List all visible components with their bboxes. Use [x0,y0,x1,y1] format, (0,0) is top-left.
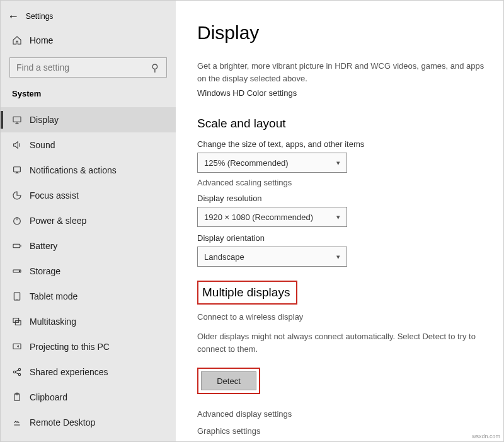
clipboard-icon [12,392,30,402]
sidebar-item-clipboard[interactable]: Clipboard [1,385,176,410]
search-input[interactable] [16,62,150,73]
multitask-icon [12,317,30,327]
sidebar-item-projecting[interactable]: Projecting to this PC [1,334,176,359]
multiple-displays-title: Multiple displays [202,286,290,300]
nav-label: Remote Desktop [30,417,95,427]
hdr-description: Get a brighter, more vibrant picture in … [197,60,484,84]
scale-label: Change the size of text, apps, and other… [197,139,484,149]
page-title: Display [197,22,484,44]
nav-label: Power & sleep [30,216,86,226]
sidebar-item-sound[interactable]: Sound [1,132,176,158]
storage-icon [12,266,30,276]
nav-label: Clipboard [30,392,67,402]
sidebar-item-shared-experiences[interactable]: Shared experiences [1,359,176,385]
focus-icon [12,190,30,201]
back-button[interactable]: ← [1,10,26,23]
sidebar: ← Settings Home ⚲ System Display Sound [1,1,176,441]
wireless-display-link[interactable]: Connect to a wireless display [197,312,484,322]
nav-label: Sound [30,140,55,150]
watermark: wsxdn.com [472,433,500,439]
title-bar: ← Settings [1,4,176,28]
nav-label: Projecting to this PC [30,342,110,352]
svg-point-5 [19,270,20,271]
multiple-displays-highlight: Multiple displays [197,281,297,305]
nav-label: Battery [30,241,57,251]
sidebar-item-display[interactable]: Display [1,107,176,132]
projecting-icon [12,342,30,352]
sidebar-item-remote-desktop[interactable]: Remote Desktop [1,410,176,435]
scale-dropdown[interactable]: 125% (Recommended) ▾ [197,153,347,173]
svg-rect-7 [13,318,19,323]
svg-rect-0 [13,117,21,122]
sidebar-item-tablet-mode[interactable]: Tablet mode [1,284,176,309]
tablet-icon [12,291,30,301]
detect-highlight: Detect [197,368,260,394]
chevron-down-icon: ▾ [336,253,340,261]
svg-rect-9 [13,344,21,349]
sidebar-item-multitasking[interactable]: Multitasking [1,309,176,334]
nav-label: Display [30,115,59,125]
nav-list: Display Sound Notifications & actions Fo… [1,107,176,435]
display-icon [12,115,30,125]
window-title: Settings [26,12,53,21]
graphics-settings-link[interactable]: Graphics settings [197,426,484,436]
notifications-icon [12,165,30,175]
shared-icon [12,367,30,377]
battery-icon [12,241,30,251]
search-icon: ⚲ [150,62,160,74]
home-label: Home [30,35,53,45]
chevron-down-icon: ▾ [336,159,340,167]
advanced-display-link[interactable]: Advanced display settings [197,409,484,419]
home-button[interactable]: Home [1,28,176,52]
search-box[interactable]: ⚲ [9,57,167,78]
sidebar-item-power-sleep[interactable]: Power & sleep [1,208,176,233]
nav-label: Tablet mode [30,291,77,301]
nav-label: Storage [30,266,60,276]
detect-description: Older displays might not always connect … [197,330,484,355]
orientation-value: Landscape [204,252,244,262]
orientation-dropdown[interactable]: Landscape ▾ [197,247,347,267]
resolution-label: Display resolution [197,194,484,203]
sidebar-item-focus-assist[interactable]: Focus assist [1,183,176,208]
chevron-down-icon: ▾ [336,213,340,221]
nav-label: Focus assist [30,190,79,201]
svg-rect-1 [14,167,21,172]
hd-color-link[interactable]: Windows HD Color settings [197,88,484,98]
scale-value: 125% (Recommended) [204,158,289,168]
svg-rect-3 [13,244,20,247]
orientation-label: Display orientation [197,233,484,243]
detect-button[interactable]: Detect [201,371,256,390]
nav-label: Shared experiences [30,367,108,377]
sidebar-item-notifications[interactable]: Notifications & actions [1,158,176,183]
nav-label: Notifications & actions [30,165,117,175]
content-pane: Display Get a brighter, more vibrant pic… [176,1,503,441]
settings-window: ← Settings Home ⚲ System Display Sound [0,0,504,442]
resolution-dropdown[interactable]: 1920 × 1080 (Recommended) ▾ [197,207,347,227]
home-icon [12,35,30,45]
advanced-scaling-link[interactable]: Advanced scaling settings [197,178,484,187]
search-container: ⚲ [1,52,176,85]
scale-section-title: Scale and layout [197,117,484,131]
sidebar-item-storage[interactable]: Storage [1,259,176,284]
category-label: System [1,85,176,107]
resolution-value: 1920 × 1080 (Recommended) [204,212,313,222]
sound-icon [12,140,30,150]
svg-rect-8 [15,321,21,325]
power-icon [12,216,30,226]
sidebar-item-battery[interactable]: Battery [1,233,176,259]
nav-label: Multitasking [30,317,76,327]
remote-icon [12,417,30,427]
